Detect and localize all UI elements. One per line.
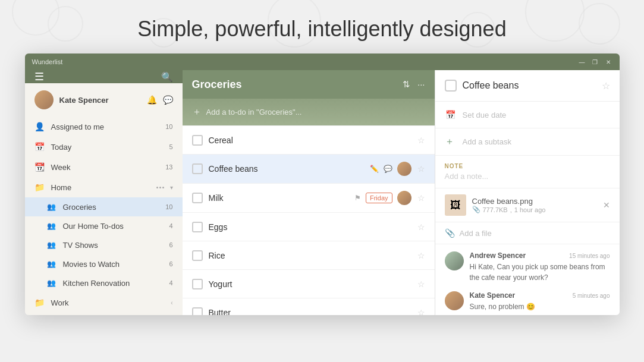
detail-due-date-placeholder: Set due date bbox=[463, 111, 507, 119]
todo-star-rice[interactable]: ☆ bbox=[417, 251, 425, 260]
comment-header-andrew: Andrew Spencer 15 minutes ago bbox=[470, 251, 610, 260]
comment-body-andrew: Andrew Spencer 15 minutes ago Hi Kate, C… bbox=[470, 251, 610, 283]
todo-item-milk[interactable]: Milk ⚑ Friday ☆ bbox=[183, 184, 435, 213]
todo-checkbox-yogurt[interactable] bbox=[192, 279, 203, 289]
edit-icon[interactable]: ✏️ bbox=[370, 165, 379, 173]
attachment-time: 1 hour ago bbox=[514, 206, 546, 213]
todo-star-cereal[interactable]: ☆ bbox=[417, 136, 425, 145]
todo-item-cereal[interactable]: Cereal ☆ bbox=[183, 126, 435, 155]
sidebar-item-our-home[interactable]: 👥 Our Home To-dos 4 bbox=[25, 216, 183, 235]
todo-item-butter[interactable]: Butter ☆ bbox=[183, 298, 435, 315]
attachment-name: Coffee beans.png bbox=[472, 197, 597, 206]
sidebar-movies-label: Movies to Watch bbox=[63, 260, 164, 269]
todo-checkbox-milk[interactable] bbox=[192, 193, 203, 203]
sidebar-item-groceries[interactable]: 👥 Groceries 10 bbox=[25, 197, 183, 216]
detail-add-file[interactable]: 📎 Add a file bbox=[435, 222, 620, 244]
todo-text-milk: Milk bbox=[209, 193, 348, 203]
hamburger-icon[interactable]: ☰ bbox=[34, 70, 44, 83]
todo-checkbox-butter[interactable] bbox=[192, 307, 203, 316]
folder-home-icon: 📁 bbox=[34, 182, 45, 193]
maximize-button[interactable]: ❐ bbox=[591, 58, 599, 66]
chat-icon[interactable]: 💬 bbox=[163, 95, 173, 105]
flag-icon[interactable]: ⚑ bbox=[354, 194, 361, 202]
sidebar-group-personal[interactable]: 📁 Personal ‹ bbox=[25, 313, 183, 315]
home-chevron-icon: ▾ bbox=[170, 184, 173, 191]
todo-checkbox-coffee[interactable] bbox=[192, 163, 203, 174]
sidebar-assigned-count: 10 bbox=[165, 123, 172, 130]
todo-avatar-coffee bbox=[397, 162, 411, 176]
sidebar-our-home-label: Our Home To-dos bbox=[63, 222, 164, 231]
todo-star-yogurt[interactable]: ☆ bbox=[417, 279, 425, 289]
sidebar-our-home-count: 4 bbox=[169, 222, 172, 229]
more-icon[interactable]: ··· bbox=[417, 79, 425, 90]
attachment-icon: 📎 bbox=[472, 206, 480, 213]
detail-note[interactable]: NOTE Add a note... bbox=[435, 156, 620, 188]
work-chevron-icon: ‹ bbox=[171, 300, 172, 306]
sidebar-group-work[interactable]: 📁 Work ‹ bbox=[25, 292, 183, 313]
our-home-icon: 👥 bbox=[46, 221, 57, 231]
search-icon[interactable]: 🔍 bbox=[161, 71, 173, 83]
comment-text-kate: Sure, no problem 😊 bbox=[470, 301, 610, 312]
detail-title: Coffee beans bbox=[463, 80, 596, 91]
avatar bbox=[34, 90, 54, 109]
todo-text-butter: Butter bbox=[209, 308, 411, 316]
comment-kate: Kate Spencer 5 minutes ago Sure, no prob… bbox=[445, 291, 610, 312]
list-header-icons: ⇅ ··· bbox=[403, 79, 425, 90]
detail-due-date[interactable]: 📅 Set due date bbox=[435, 102, 620, 128]
sidebar-item-movies[interactable]: 👥 Movies to Watch 6 bbox=[25, 254, 183, 273]
sidebar-item-week[interactable]: 📆 Week 13 bbox=[25, 157, 183, 177]
todo-text-eggs: Eggs bbox=[209, 222, 411, 232]
app-window: Wunderlist — ❐ ✕ ☰ 🔍 Kate Spencer 🔔 💬 bbox=[25, 53, 620, 315]
minimize-button[interactable]: — bbox=[578, 58, 586, 66]
sidebar-movies-count: 6 bbox=[169, 260, 172, 267]
home-dots-menu[interactable] bbox=[156, 187, 164, 188]
sidebar-item-kitchen[interactable]: 👥 Kitchen Renovation 4 bbox=[25, 273, 183, 292]
sidebar-tv-shows-label: TV Shows bbox=[63, 241, 164, 250]
detail-checkbox[interactable] bbox=[445, 80, 457, 92]
sidebar-groceries-label: Groceries bbox=[63, 203, 160, 212]
todo-item-rice[interactable]: Rice ☆ bbox=[183, 241, 435, 270]
todo-list: Cereal ☆ Coffee beans ✏️ 💬 ☆ bbox=[183, 126, 435, 315]
sidebar-group-home[interactable]: 📁 Home ▾ bbox=[25, 177, 183, 197]
close-button[interactable]: ✕ bbox=[604, 58, 612, 66]
detail-star-icon[interactable]: ☆ bbox=[602, 80, 610, 92]
attachment-size: 777.7KB bbox=[483, 206, 508, 213]
comment-avatar-andrew bbox=[445, 251, 464, 270]
tv-shows-icon: 👥 bbox=[46, 240, 57, 250]
detail-subtask-placeholder: Add a subtask bbox=[463, 137, 511, 146]
comment-header-kate: Kate Spencer 5 minutes ago bbox=[470, 291, 610, 300]
add-todo-placeholder: Add a to-do in "Groceries"... bbox=[206, 108, 302, 117]
todo-star-eggs[interactable]: ☆ bbox=[417, 222, 425, 232]
comment-body-kate: Kate Spencer 5 minutes ago Sure, no prob… bbox=[470, 291, 610, 312]
todo-checkbox-rice[interactable] bbox=[192, 250, 203, 261]
sidebar-assigned-label: Assigned to me bbox=[51, 122, 160, 131]
sidebar-item-tv-shows[interactable]: 👥 TV Shows 6 bbox=[25, 235, 183, 254]
main-list: Groceries ⇅ ··· ＋ Add a to-do in "Grocer… bbox=[183, 70, 435, 315]
sidebar-week-label: Week bbox=[51, 163, 160, 172]
comment-avatar-kate bbox=[445, 291, 464, 310]
comment-section: Andrew Spencer 15 minutes ago Hi Kate, C… bbox=[435, 244, 620, 315]
todo-checkbox-eggs[interactable] bbox=[192, 222, 203, 232]
sidebar-today-count: 5 bbox=[169, 143, 172, 150]
todo-item-eggs[interactable]: Eggs ☆ bbox=[183, 213, 435, 241]
todo-star-milk[interactable]: ☆ bbox=[417, 193, 425, 203]
attachment-info: Coffee beans.png 📎 777.7KB, 1 hour ago bbox=[472, 197, 597, 213]
todo-star-coffee[interactable]: ☆ bbox=[417, 164, 425, 174]
add-todo-bar[interactable]: ＋ Add a to-do in "Groceries"... bbox=[183, 99, 435, 126]
comment-icon[interactable]: 💬 bbox=[384, 165, 392, 173]
detail-add-subtask[interactable]: ＋ Add a subtask bbox=[435, 128, 620, 156]
todo-checkbox-cereal[interactable] bbox=[192, 135, 203, 146]
todo-item-yogurt[interactable]: Yogurt ☆ bbox=[183, 270, 435, 298]
sidebar-item-today[interactable]: 📅 Today 5 bbox=[25, 137, 183, 157]
todo-star-butter[interactable]: ☆ bbox=[417, 308, 425, 316]
todo-text-yogurt: Yogurt bbox=[209, 279, 411, 289]
sort-icon[interactable]: ⇅ bbox=[403, 79, 410, 90]
todo-item-coffee[interactable]: Coffee beans ✏️ 💬 ☆ bbox=[183, 155, 435, 184]
folder-work-icon: 📁 bbox=[34, 297, 45, 308]
attachment-close-icon[interactable]: ✕ bbox=[603, 200, 610, 210]
today-icon: 📅 bbox=[34, 141, 45, 152]
bell-icon[interactable]: 🔔 bbox=[147, 95, 157, 105]
sidebar-work-label: Work bbox=[51, 298, 165, 307]
sidebar-item-assigned[interactable]: 👤 Assigned to me 10 bbox=[25, 117, 183, 137]
todo-actions-milk: ⚑ Friday bbox=[354, 191, 411, 205]
